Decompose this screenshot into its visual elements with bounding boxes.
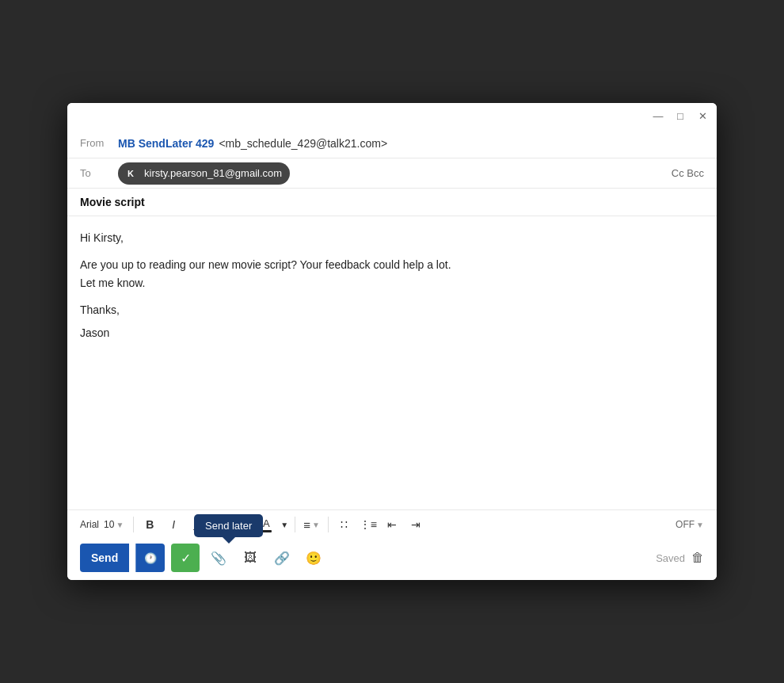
send-clock-button[interactable]: 🕐 — [135, 544, 165, 572]
maximize-button[interactable]: □ — [674, 109, 687, 122]
saved-label: Saved — [656, 552, 685, 564]
trash-icon: 🗑 — [691, 551, 704, 564]
unordered-list-button[interactable]: ⋮≡ — [357, 513, 379, 536]
title-bar-controls: — □ ✕ — [652, 109, 709, 122]
separator-3 — [295, 517, 295, 532]
font-size-chevron: ▼ — [116, 521, 124, 529]
body-sign1: Thanks, — [80, 301, 704, 319]
unordered-list-icon: ⋮≡ — [360, 518, 377, 531]
link-icon: 🔗 — [274, 551, 290, 566]
compose-window: — □ ✕ From MB SendLater 429 <mb_schedule… — [67, 103, 717, 580]
delete-button[interactable]: 🗑 — [691, 551, 704, 565]
subject-text: Movie script — [80, 196, 145, 208]
checkmark-button[interactable]: ✓ — [171, 544, 200, 572]
align-dropdown[interactable]: ≡ ▼ — [300, 518, 323, 532]
off-chevron: ▼ — [696, 521, 704, 529]
font-size-value: 10 — [104, 519, 114, 530]
title-bar: — □ ✕ — [67, 103, 717, 128]
ordered-list-icon: ∷ — [341, 518, 348, 531]
font-size-selector[interactable]: 10 ▼ — [104, 519, 124, 530]
ordered-list-button[interactable]: ∷ — [333, 513, 356, 536]
send-toolbar: Send later Send 🕐 ✓ 📎 🖼 🔗 — [67, 539, 717, 580]
cc-bcc-button[interactable]: Cc Bcc — [672, 167, 704, 179]
italic-button[interactable]: I — [162, 513, 185, 536]
to-label: To — [80, 167, 112, 179]
indent-increase-icon: ⇥ — [411, 518, 421, 531]
align-chevron: ▼ — [312, 521, 320, 529]
send-later-tooltip: Send later — [194, 514, 263, 537]
emoji-icon: 🙂 — [306, 551, 322, 566]
off-toggle[interactable]: OFF ▼ — [676, 519, 704, 530]
insert-emoji-button[interactable]: 🙂 — [301, 545, 326, 570]
insert-link-button[interactable]: 🔗 — [269, 545, 295, 570]
minimize-button[interactable]: — — [652, 109, 664, 122]
from-name: MB SendLater 429 — [118, 137, 214, 150]
body-greeting: Hi Kirsty, — [80, 229, 704, 246]
send-label: Send — [91, 551, 118, 564]
attach-file-button[interactable]: 📎 — [206, 545, 231, 570]
send-button[interactable]: Send — [80, 544, 129, 572]
separator-1 — [133, 517, 134, 532]
insert-image-button[interactable]: 🖼 — [238, 545, 263, 570]
email-body[interactable]: Hi Kirsty, Are you up to reading our new… — [67, 216, 717, 509]
align-icon: ≡ — [303, 518, 310, 532]
subject-row: Movie script — [67, 189, 717, 216]
image-icon: 🖼 — [244, 551, 257, 565]
indent-increase-button[interactable]: ⇥ — [405, 513, 427, 536]
highlight-icon: A — [263, 517, 270, 529]
recipient-chip[interactable]: K kirsty.pearson_81@gmail.com — [118, 162, 290, 185]
avatar: K — [122, 165, 139, 182]
recipient-email: kirsty.pearson_81@gmail.com — [144, 167, 282, 179]
body-sign2: Jason — [80, 324, 704, 342]
font-name-label: Arial — [80, 519, 99, 530]
indent-decrease-button[interactable]: ⇤ — [381, 513, 403, 536]
from-label: From — [80, 137, 112, 149]
close-button[interactable]: ✕ — [696, 109, 709, 122]
highlight-dropdown[interactable]: ▼ — [279, 513, 290, 536]
saved-status: Saved 🗑 — [656, 551, 704, 565]
separator-4 — [328, 517, 329, 532]
clock-icon: 🕐 — [144, 552, 157, 564]
to-row: To K kirsty.pearson_81@gmail.com Cc Bcc — [67, 158, 717, 189]
indent-decrease-icon: ⇤ — [387, 518, 397, 531]
off-label: OFF — [676, 519, 695, 530]
body-paragraph2: Let me know. — [80, 274, 704, 292]
from-row: From MB SendLater 429 <mb_schedule_429@t… — [67, 128, 717, 158]
from-email: <mb_schedule_429@talk21.com> — [219, 137, 387, 150]
bold-button[interactable]: B — [139, 513, 161, 536]
body-paragraph1: Are you up to reading our new movie scri… — [80, 256, 704, 273]
formatting-toolbar: Arial 10 ▼ B I U A ▼ A ▼ — [67, 509, 717, 539]
paperclip-icon: 📎 — [211, 551, 226, 566]
checkmark-icon: ✓ — [181, 551, 191, 566]
